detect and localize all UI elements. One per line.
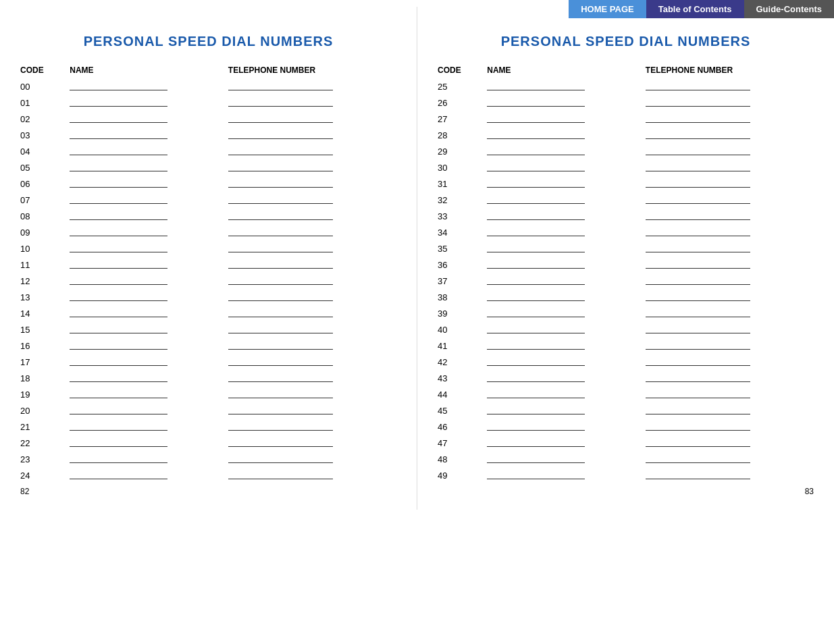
name-field xyxy=(487,306,585,317)
name-field xyxy=(70,387,167,398)
table-row: 49 xyxy=(438,466,814,483)
tel-field xyxy=(646,306,750,317)
name-field xyxy=(70,177,167,188)
tel-cell xyxy=(646,337,814,353)
name-cell xyxy=(487,126,646,142)
code-cell: 31 xyxy=(438,175,487,191)
guide-contents-button[interactable]: Guide-Contents xyxy=(744,0,835,18)
table-row: 11 xyxy=(20,256,396,272)
tel-field xyxy=(228,209,333,220)
name-cell xyxy=(487,450,646,466)
tel-cell xyxy=(228,142,396,159)
table-row: 07 xyxy=(20,191,396,207)
table-row: 43 xyxy=(438,369,814,385)
name-cell xyxy=(70,466,228,483)
name-field xyxy=(70,112,167,123)
name-cell xyxy=(487,466,646,483)
code-cell: 10 xyxy=(20,240,70,256)
tel-field xyxy=(228,436,333,447)
table-row: 45 xyxy=(438,402,814,418)
tel-cell xyxy=(646,126,814,142)
table-row: 00 xyxy=(20,78,396,94)
name-cell xyxy=(70,434,228,450)
tel-field xyxy=(228,193,333,204)
name-field xyxy=(70,468,167,479)
tel-cell xyxy=(228,256,396,272)
name-cell xyxy=(487,223,646,240)
tel-field xyxy=(228,128,333,139)
code-cell: 12 xyxy=(20,272,70,288)
table-row: 37 xyxy=(438,272,814,288)
tel-cell xyxy=(228,126,396,142)
table-row: 27 xyxy=(438,110,814,126)
name-cell xyxy=(487,94,646,110)
tel-field xyxy=(228,387,333,398)
table-row: 28 xyxy=(438,126,814,142)
tel-cell xyxy=(646,142,814,159)
name-field xyxy=(487,371,585,382)
tel-cell xyxy=(228,288,396,304)
name-cell xyxy=(70,256,228,272)
name-field xyxy=(70,436,167,447)
name-cell xyxy=(70,159,228,175)
code-cell: 40 xyxy=(438,321,487,337)
table-row: 09 xyxy=(20,223,396,240)
name-field xyxy=(487,112,585,123)
name-cell xyxy=(70,353,228,369)
name-cell xyxy=(487,240,646,256)
right-page-title: PERSONAL SPEED DIAL NUMBERS xyxy=(438,34,814,49)
name-cell xyxy=(487,402,646,418)
tel-cell xyxy=(646,450,814,466)
name-field xyxy=(70,193,167,204)
table-row: 19 xyxy=(20,385,396,402)
table-row: 24 xyxy=(20,466,396,483)
table-row: 40 xyxy=(438,321,814,337)
tel-field xyxy=(228,112,333,123)
name-cell xyxy=(487,256,646,272)
table-row: 39 xyxy=(438,304,814,321)
code-cell: 01 xyxy=(20,94,70,110)
name-field xyxy=(70,420,167,431)
code-cell: 36 xyxy=(438,256,487,272)
tel-cell xyxy=(228,304,396,321)
tel-field xyxy=(228,371,333,382)
tel-field xyxy=(228,161,333,171)
right-page-number: 83 xyxy=(805,487,814,496)
table-row: 32 xyxy=(438,191,814,207)
tel-cell xyxy=(228,272,396,288)
tel-field xyxy=(646,323,750,333)
table-row: 15 xyxy=(20,321,396,337)
code-cell: 38 xyxy=(438,288,487,304)
table-row: 46 xyxy=(438,418,814,434)
name-cell xyxy=(70,126,228,142)
name-cell xyxy=(487,385,646,402)
tel-field xyxy=(646,96,750,107)
home-page-button[interactable]: HOME PAGE xyxy=(569,0,646,18)
tel-field xyxy=(228,80,333,90)
name-field xyxy=(487,144,585,155)
table-row: 42 xyxy=(438,353,814,369)
name-field xyxy=(70,161,167,171)
code-cell: 11 xyxy=(20,256,70,272)
code-cell: 17 xyxy=(20,353,70,369)
name-field xyxy=(70,242,167,252)
code-cell: 46 xyxy=(438,418,487,434)
name-cell xyxy=(70,321,228,337)
table-row: 13 xyxy=(20,288,396,304)
table-of-contents-button[interactable]: Table of Contents xyxy=(646,0,744,18)
name-cell xyxy=(70,191,228,207)
code-cell: 24 xyxy=(20,466,70,483)
tel-field xyxy=(228,225,333,236)
tel-field xyxy=(646,355,750,366)
name-cell xyxy=(487,321,646,337)
tel-cell xyxy=(646,466,814,483)
code-cell: 49 xyxy=(438,466,487,483)
name-cell xyxy=(70,304,228,321)
left-page-title: PERSONAL SPEED DIAL NUMBERS xyxy=(20,34,396,49)
name-field xyxy=(487,258,585,269)
table-row: 08 xyxy=(20,207,396,223)
code-cell: 42 xyxy=(438,353,487,369)
tel-field xyxy=(228,306,333,317)
code-cell: 43 xyxy=(438,369,487,385)
table-row: 14 xyxy=(20,304,396,321)
